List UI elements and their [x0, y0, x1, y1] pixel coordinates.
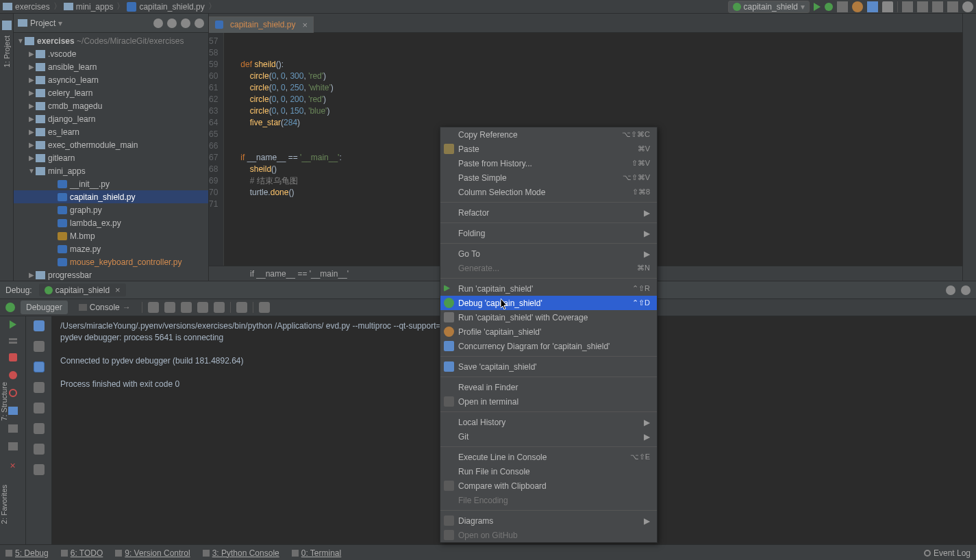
vcs-update-button[interactable] [902, 1, 913, 12]
tree-folder[interactable]: ▶django_learn [14, 112, 208, 125]
hide-icon[interactable] [961, 285, 971, 295]
context-menu-item[interactable]: Run 'capitain_shield' with Coverage [440, 310, 657, 324]
soft-wrap-icon[interactable] [34, 361, 45, 372]
context-menu-item[interactable]: Paste⌘V [440, 142, 657, 156]
step-out-icon[interactable] [214, 302, 225, 313]
tree-file[interactable]: __init__.py [14, 177, 208, 190]
tree-file[interactable]: lambda_ex.py [14, 216, 208, 229]
context-menu-item[interactable]: Go To▶ [440, 246, 657, 261]
project-tool-icon[interactable] [2, 21, 12, 30]
tree-folder[interactable]: ▶.vscode [14, 47, 208, 60]
tree-folder[interactable]: ▶gitlearn [14, 151, 208, 164]
context-menu-item[interactable]: Copy Reference⌥⇧⌘C [440, 127, 657, 142]
run-to-cursor-icon[interactable] [236, 302, 247, 313]
breadcrumb-mid[interactable]: mini_apps [64, 2, 114, 12]
rerun-icon[interactable] [5, 303, 15, 312]
close-tab-icon[interactable]: × [302, 20, 308, 30]
coverage-button[interactable] [837, 1, 848, 12]
structure-tool-button[interactable]: 7: Structure [0, 377, 14, 421]
vcs-revert-button[interactable] [947, 1, 958, 12]
tree-folder[interactable]: ▶es_learn [14, 125, 208, 138]
tree-folder[interactable]: ▶exec_othermodule_main [14, 138, 208, 151]
print-icon[interactable] [34, 403, 45, 413]
breadcrumb-root[interactable]: exercises [3, 2, 50, 12]
evaluate-icon[interactable] [259, 302, 270, 313]
favorites-tool-button[interactable]: 2: Favorites [0, 479, 14, 524]
new-watch-icon[interactable] [34, 444, 45, 455]
target-icon[interactable] [153, 18, 163, 28]
status-bar-item[interactable]: 6: TODO [61, 548, 103, 558]
tree-file[interactable]: maze.py [14, 242, 208, 255]
tree-root[interactable]: ▼ exercises ~/Codes/MiracleGit/exercises [14, 34, 208, 47]
code-area[interactable]: def sheild(): circle(0, 0, 300, 'red') c… [224, 33, 341, 266]
editor-tab[interactable]: capitain_shield.py × [209, 16, 314, 33]
status-bar-item[interactable]: 9: Version Control [115, 548, 190, 558]
tree-file[interactable]: graph.py [14, 203, 208, 216]
context-menu-item[interactable]: Reveal in Finder [440, 380, 657, 394]
console-tab[interactable]: Console → [73, 301, 136, 314]
gear-icon[interactable] [946, 285, 955, 295]
status-bar-item[interactable]: 5: Debug [5, 548, 49, 558]
clear-icon[interactable] [34, 423, 45, 434]
concurrency-button[interactable] [867, 1, 878, 12]
stop-button[interactable] [882, 1, 893, 12]
context-menu-item[interactable]: Local History▶ [440, 415, 657, 429]
pin-icon[interactable] [8, 442, 18, 450]
context-menu-item[interactable]: Save 'capitain_shield' [440, 359, 657, 374]
close-icon[interactable]: × [115, 285, 121, 295]
vcs-commit-button[interactable] [917, 1, 928, 12]
force-step-icon[interactable] [197, 302, 208, 313]
breadcrumb-file[interactable]: capitain_shield.py [127, 2, 204, 12]
step-into-my-icon[interactable] [181, 302, 192, 313]
event-log-button[interactable]: Event Log [924, 548, 971, 558]
project-tool-label[interactable]: 1: Project [3, 36, 11, 67]
tree-file[interactable]: M.bmp [14, 229, 208, 242]
step-over-icon[interactable] [148, 302, 159, 313]
tree-folder[interactable]: ▶ progressbar [14, 268, 208, 281]
hide-icon[interactable] [195, 18, 204, 28]
context-menu-item[interactable]: Profile 'capitain_shield' [440, 324, 657, 339]
resume-icon[interactable] [10, 320, 16, 329]
status-bar-item[interactable]: 3: Python Console [203, 548, 279, 558]
step-into-icon[interactable] [164, 302, 175, 313]
tree-file[interactable]: mouse_keyboard_controller.py [14, 255, 208, 268]
tree-folder[interactable]: ▶cmdb_magedu [14, 99, 208, 112]
gear-icon[interactable] [181, 18, 190, 28]
context-menu-item[interactable]: Compare with Clipboard [440, 479, 657, 493]
search-button[interactable] [962, 1, 973, 12]
tree-folder[interactable]: ▶asyncio_learn [14, 73, 208, 86]
context-menu-item[interactable]: Execute Line in Console⌥⇧E [440, 450, 657, 464]
context-menu-item[interactable]: Run File in Console [440, 464, 657, 479]
tree-folder[interactable]: ▶celery_learn [14, 86, 208, 99]
vcs-history-button[interactable] [932, 1, 943, 12]
context-menu-item[interactable]: Debug 'capitain_shield'⌃⇧D [440, 296, 657, 310]
context-menu-item[interactable]: Paste from History...⇧⌘V [440, 156, 657, 170]
profile-button[interactable] [852, 1, 863, 12]
context-menu-item[interactable]: Git▶ [440, 429, 657, 444]
debug-session-tab[interactable]: capitain_shield × [39, 283, 126, 296]
tree-folder[interactable]: ▶ansible_learn [14, 60, 208, 73]
status-bar-item[interactable]: 0: Terminal [292, 548, 341, 558]
context-menu-item[interactable]: Diagrams▶ [440, 513, 657, 528]
debug-button[interactable] [825, 3, 833, 11]
context-menu-item[interactable]: Paste Simple⌥⇧⌘V [440, 170, 657, 185]
run-button[interactable] [814, 3, 821, 11]
down-icon[interactable] [34, 341, 45, 352]
collapse-icon[interactable] [167, 18, 177, 28]
scroll-icon[interactable] [34, 382, 45, 393]
run-configuration-dropdown[interactable]: capitain_shield ▾ [728, 1, 810, 13]
context-menu-item[interactable]: Folding▶ [440, 226, 657, 240]
context-menu-item[interactable]: Open in terminal [440, 394, 657, 409]
browse-icon[interactable] [34, 464, 45, 475]
context-menu-item[interactable]: Concurrency Diagram for 'capitain_shield… [440, 339, 657, 353]
stop-icon[interactable] [9, 353, 17, 361]
project-tree[interactable]: ▼ exercises ~/Codes/MiracleGit/exercises… [14, 33, 208, 281]
layout-icon[interactable] [8, 424, 18, 433]
context-menu-item[interactable]: Refactor▶ [440, 205, 657, 220]
tree-folder[interactable]: ▼mini_apps [14, 164, 208, 177]
tree-file[interactable]: capitain_shield.py [14, 190, 208, 203]
context-menu-item[interactable]: Column Selection Mode⇧⌘8 [440, 185, 657, 199]
debugger-tab[interactable]: Debugger [21, 301, 68, 314]
chevron-down-icon[interactable]: ▾ [58, 18, 62, 28]
context-menu-item[interactable]: Run 'capitain_shield'⌃⇧R [440, 281, 657, 296]
